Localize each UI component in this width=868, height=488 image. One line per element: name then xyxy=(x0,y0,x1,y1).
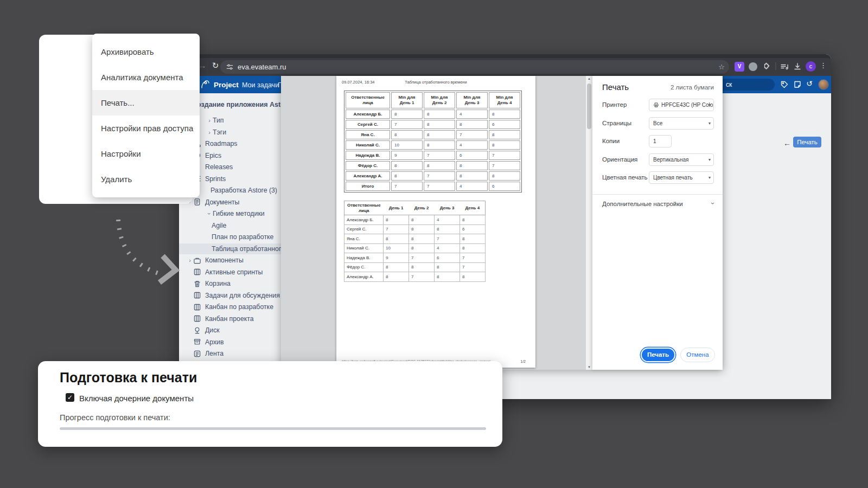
cell-value: 4 xyxy=(435,243,460,253)
menu-item-delete[interactable]: Удалить xyxy=(92,166,200,192)
cell-value: 7 xyxy=(384,224,409,234)
field-label: Принтер xyxy=(602,101,627,108)
downloads-icon[interactable] xyxy=(793,62,802,71)
column-header: Min для День 3 xyxy=(456,92,488,108)
notes-icon[interactable] xyxy=(793,80,802,89)
table-row: Александр А.8788 xyxy=(344,272,486,282)
scroll-down-icon[interactable]: ▼ xyxy=(586,365,592,369)
browser-profile-avatar[interactable]: c xyxy=(806,61,816,72)
include-children-checkbox[interactable]: ✓ xyxy=(66,393,74,402)
cell-value: 7 xyxy=(460,262,486,272)
cell-value: 9 xyxy=(391,151,423,160)
sidebar-item-archive[interactable]: Архив xyxy=(179,337,282,348)
cell-value: 8 xyxy=(384,215,409,225)
site-settings-icon[interactable] xyxy=(226,63,234,71)
row-label: Итого xyxy=(346,182,390,191)
chevron-down-icon[interactable]: › xyxy=(709,202,717,204)
copies-input[interactable]: 1 xyxy=(649,135,672,147)
extension-circle-icon[interactable] xyxy=(749,62,757,71)
sidebar-item-discussion-tasks[interactable]: Задачи для обсуждения xyxy=(179,290,282,301)
feed-icon xyxy=(193,350,201,358)
media-controls-icon[interactable] xyxy=(780,62,789,71)
sidebar-item-disk[interactable]: Диск xyxy=(179,325,282,336)
menu-item-analytics[interactable]: Аналитика документа xyxy=(92,65,200,90)
row-label: Александр А. xyxy=(344,272,384,282)
url-text[interactable]: eva.evateam.ru xyxy=(238,60,286,74)
print-panel-title: Печать xyxy=(602,82,629,92)
orientation-select[interactable]: Вертикальная▾ xyxy=(649,153,714,166)
extensions-puzzle-icon[interactable] xyxy=(762,62,770,71)
dropdown-caret-icon: ▾ xyxy=(709,154,711,165)
print-confirm-button[interactable]: Печать xyxy=(641,348,675,362)
menu-item-archive[interactable]: Архивировать xyxy=(92,39,200,65)
sidebar-item-documents[interactable]: ›Документы xyxy=(179,197,282,208)
printer-select[interactable]: HPFCE43C (HP Color La:▾ xyxy=(649,99,714,111)
sidebar-project-title[interactable]: Создание приложения Astore xyxy=(192,101,291,108)
menu-item-settings[interactable]: Настройки xyxy=(92,141,200,166)
menu-item-print[interactable]: Печать... xyxy=(92,90,200,115)
user-avatar[interactable] xyxy=(818,79,829,90)
table-row: Фёдор С.8887 xyxy=(344,262,486,272)
sidebar-item-label: Epics xyxy=(205,152,221,159)
table-row: Итого7746 xyxy=(346,182,520,191)
tag-icon[interactable] xyxy=(780,80,789,89)
sidebar-item-label: Корзина xyxy=(205,280,231,287)
nav-my-tasks[interactable]: Мои задачи xyxy=(242,81,279,89)
sidebar-item-gibkie-metodiki[interactable]: ›Гибкие методики xyxy=(179,208,282,219)
history-icon[interactable]: ↺ xyxy=(806,79,813,88)
dropdown-caret-icon: ▾ xyxy=(709,118,711,129)
scroll-up-icon[interactable]: ▲ xyxy=(586,77,592,80)
cell-value: 4 xyxy=(456,140,488,150)
color-select[interactable]: Цветная печать▾ xyxy=(649,171,714,184)
browser-reload-button[interactable]: ↻ xyxy=(209,61,221,70)
print-cancel-button[interactable]: Отмена xyxy=(680,348,715,362)
sidebar-item-kanban-project[interactable]: Канбан проекта xyxy=(179,313,282,324)
dropdown-caret-icon: ▾ xyxy=(709,172,711,183)
pages-select[interactable]: Все▾ xyxy=(649,117,714,130)
sidebar-item-active-sprints[interactable]: Активные спринты xyxy=(179,267,282,278)
worked-time-table-1: Ответственные лицаMin для День 1Min для … xyxy=(344,91,522,192)
doc-print-button[interactable]: Печать xyxy=(793,137,821,147)
sidebar-item-components[interactable]: ›Компоненты xyxy=(179,255,282,266)
search-input[interactable]: ск xyxy=(723,79,775,91)
sidebar-item-label: Тип xyxy=(213,117,224,124)
cell-value: 8 xyxy=(456,120,488,129)
sidebar-item-plan-po-razrabotke[interactable]: План по разработке xyxy=(179,232,282,242)
preview-footer-page: 1/2 xyxy=(520,359,526,363)
printer-select-row: ПринтерHPFCE43C (HP Color La:▾ xyxy=(592,99,723,112)
doc-back-arrow[interactable]: ← xyxy=(783,139,791,147)
table-row: Фёдор С.8887 xyxy=(346,161,520,170)
more-settings-label[interactable]: Дополнительные настройки xyxy=(602,201,683,207)
cell-value: 8 xyxy=(489,171,520,181)
pages-select-row: СтраницыВсе▾ xyxy=(592,117,723,130)
sidebar-item-kanban-dev[interactable]: Канбан по разработке xyxy=(179,301,282,312)
chevron-right-icon[interactable]: › xyxy=(206,117,213,124)
orientation-select-row: ОриентацияВертикальная▾ xyxy=(592,153,723,166)
table-row: Надежда В.9767 xyxy=(344,253,486,263)
table-row: Александр Б.8848 xyxy=(346,110,520,119)
cell-value: 8 xyxy=(409,243,435,253)
sidebar-item-tablitsa-vremeni[interactable]: Таблица отработанного времени xyxy=(179,243,282,254)
bookmark-star-icon[interactable]: ☆ xyxy=(718,60,725,74)
copies-input-row: Копии1 xyxy=(592,135,723,148)
cell-value: 8 xyxy=(384,234,409,244)
row-label: Сергей С. xyxy=(346,120,390,129)
preview-scrollbar[interactable]: ▲ ▼ xyxy=(586,76,592,370)
chevron-down-icon[interactable]: › xyxy=(206,210,213,217)
row-label: Александр А. xyxy=(346,171,390,181)
sidebar-item-agile[interactable]: Agile xyxy=(179,220,282,231)
browser-menu-icon[interactable]: ⋮ xyxy=(820,61,827,69)
sidebar-item-trash[interactable]: Корзина xyxy=(179,278,282,289)
extension-v-icon[interactable]: V xyxy=(735,62,744,72)
scrollbar-thumb[interactable] xyxy=(587,84,591,129)
cell-value: 8 xyxy=(456,161,488,170)
address-bar[interactable]: eva.evateam.ru ☆ xyxy=(220,60,729,74)
cell-value: 6 xyxy=(489,182,520,191)
chevron-right-icon[interactable]: › xyxy=(206,129,213,136)
cell-value: 7 xyxy=(424,151,455,160)
menu-item-access-rights[interactable]: Настройки прав доступа xyxy=(92,115,200,141)
sidebar-item-feed[interactable]: Лента xyxy=(179,348,282,359)
print-dialog: 09.07.2024, 16:34 Таблица отработанного … xyxy=(281,76,723,370)
chevron-right-icon[interactable]: › xyxy=(187,257,193,264)
app-brand[interactable]: Project xyxy=(214,81,239,89)
